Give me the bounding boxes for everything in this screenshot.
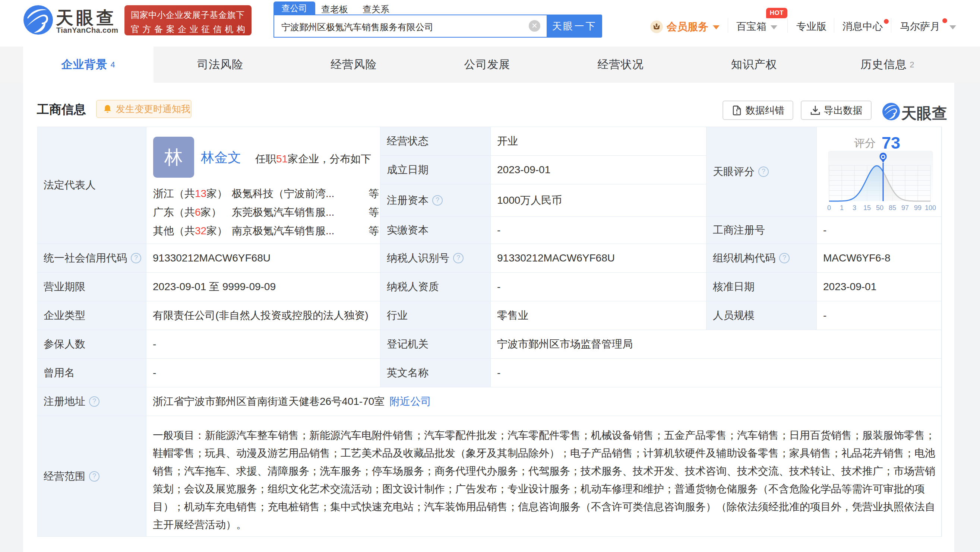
svg-text:100: 100 (925, 204, 936, 212)
svg-text:50: 50 (876, 204, 883, 212)
svg-text:1: 1 (840, 204, 844, 212)
svg-text:99: 99 (914, 204, 921, 212)
svg-text:3: 3 (853, 204, 856, 212)
svg-text:0: 0 (827, 204, 831, 212)
svg-text:15: 15 (863, 204, 871, 212)
svg-text:85: 85 (889, 204, 896, 212)
svg-text:97: 97 (901, 204, 909, 212)
